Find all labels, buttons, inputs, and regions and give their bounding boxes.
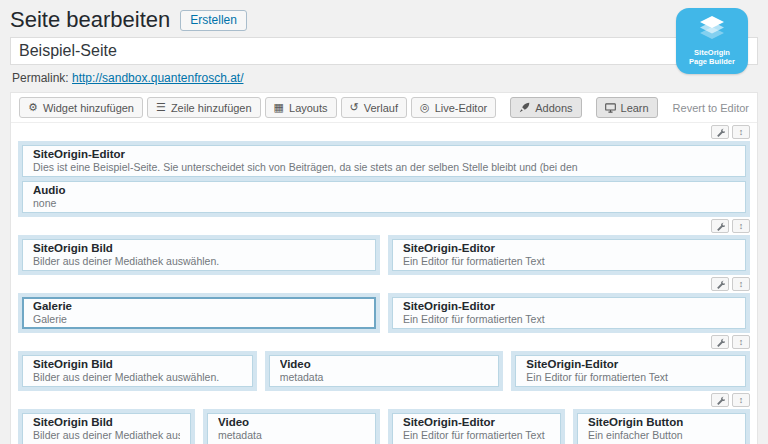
row-edit-wrench-button[interactable] (711, 277, 729, 291)
widget-description: Dies ist eine Beispiel-Seite. Sie unters… (33, 161, 735, 173)
widget-siteorigin-editor[interactable]: SiteOrigin-EditorEin Editor für formatie… (392, 297, 746, 329)
row-edit-wrench-button[interactable] (711, 125, 729, 139)
row-cell: Videometadata (265, 351, 504, 391)
builder-row: ↕ SiteOrigin BildBilder aus deiner Media… (18, 217, 750, 275)
row-container: GalerieGalerieSiteOrigin-EditorEin Edito… (18, 293, 750, 333)
widget-description: Galerie (33, 313, 365, 325)
widget-title: SiteOrigin Bild (33, 242, 365, 255)
widget-siteorigin-editor[interactable]: SiteOrigin-EditorEin Editor für formatie… (392, 413, 561, 444)
widget-siteorigin-bild[interactable]: SiteOrigin BildBilder aus deiner Mediath… (22, 355, 253, 387)
widget-title: SiteOrigin-Editor (526, 358, 735, 371)
widget-siteorigin-editor[interactable]: SiteOrigin-EditorEin Editor für formatie… (515, 355, 746, 387)
add-new-page-button[interactable]: Erstellen (180, 10, 247, 31)
widget-description: Bilder aus deiner Mediathek auswählen. (33, 255, 365, 267)
row-cell: Videometadata (203, 409, 380, 444)
widget-siteorigin-editor[interactable]: SiteOrigin-EditorDies ist eine Beispiel-… (22, 145, 746, 177)
row-edit-wrench-button[interactable] (711, 335, 729, 349)
widget-siteorigin-button[interactable]: SiteOrigin ButtonEin einfacher Button (577, 413, 746, 444)
row-cell: GalerieGalerie (18, 293, 380, 333)
widget-title: SiteOrigin-Editor (403, 300, 735, 313)
toolbar-button-label: Widget hinzufügen (43, 102, 134, 114)
row-move-button[interactable]: ↕ (732, 393, 750, 407)
add-widget-gear-icon: ⚙ (28, 102, 38, 113)
row-cell: SiteOrigin-EditorDies ist eine Beispiel-… (18, 141, 750, 217)
toolbar-button-learn[interactable]: Learn (596, 97, 658, 118)
widget-title: Video (280, 358, 489, 371)
toolbar-button-label: Addons (535, 102, 572, 114)
widget-title: SiteOrigin Bild (33, 416, 180, 429)
badge-title: SiteOriginPage Builder (689, 48, 735, 66)
row-controls: ↕ (18, 275, 750, 293)
toolbar-button-label: Live-Editor (435, 102, 488, 114)
row-move-button[interactable]: ↕ (732, 219, 750, 233)
row-edit-wrench-button[interactable] (711, 393, 729, 407)
row-move-button[interactable]: ↕ (732, 277, 750, 291)
toolbar-button-label: Verlauf (364, 102, 398, 114)
rocket-icon (519, 102, 530, 113)
widget-description: metadata (218, 429, 365, 441)
widget-description: Ein Editor für formatierten Text (403, 313, 735, 325)
row-cell: SiteOrigin-EditorEin Editor für formatie… (511, 351, 750, 391)
row-cell: SiteOrigin BildBilder aus deiner Mediath… (18, 409, 195, 444)
toolbar-button-layouts[interactable]: ▦ Layouts (265, 97, 337, 118)
row-cell: SiteOrigin-EditorEin Editor für formatie… (388, 409, 565, 444)
widget-title: SiteOrigin-Editor (403, 242, 735, 255)
widget-description: Ein Editor für formatierten Text (526, 371, 735, 383)
builder-row: ↕ SiteOrigin-EditorDies ist eine Beispie… (18, 123, 750, 217)
admin-page: Seite bearbeiten Erstellen Permalink: ht… (0, 0, 768, 444)
page-builder-panel: ⚙ Widget hinzufügen ☰ Zeile hinzufügen ▦… (10, 92, 758, 444)
toolbar-button-label: Zeile hinzufügen (171, 102, 252, 114)
widget-description: none (33, 197, 735, 209)
widget-video[interactable]: Videometadata (269, 355, 500, 387)
live-editor-eye-icon: ◎ (420, 102, 430, 113)
row-controls: ↕ (18, 391, 750, 409)
row-container: SiteOrigin BildBilder aus deiner Mediath… (18, 235, 750, 275)
row-cell: SiteOrigin BildBilder aus deiner Mediath… (18, 235, 380, 275)
widget-title: SiteOrigin Button (588, 416, 735, 429)
builder-row: ↕ SiteOrigin BildBilder aus deiner Media… (18, 391, 750, 444)
toolbar-button-live-editor[interactable]: ◎ Live-Editor (411, 97, 496, 118)
row-controls: ↕ (18, 123, 750, 141)
revert-to-editor-link[interactable]: Revert to Editor (673, 102, 749, 114)
toolbar-button-label: Learn (621, 102, 649, 114)
widget-siteorigin-bild[interactable]: SiteOrigin BildBilder aus deiner Mediath… (22, 413, 191, 444)
toolbar-button-label: Layouts (289, 102, 328, 114)
row-container: SiteOrigin-EditorDies ist eine Beispiel-… (18, 141, 750, 217)
widget-title: SiteOrigin-Editor (403, 416, 550, 429)
widget-title: Audio (33, 184, 735, 197)
post-title-input[interactable] (10, 37, 758, 65)
row-cell: SiteOrigin BildBilder aus deiner Mediath… (18, 351, 257, 391)
row-container: SiteOrigin BildBilder aus deiner Mediath… (18, 351, 750, 391)
widget-siteorigin-editor[interactable]: SiteOrigin-EditorEin Editor für formatie… (392, 239, 746, 271)
widget-description: Bilder aus deiner Mediathek auswählen. (33, 371, 242, 383)
widget-description: Bilder aus deiner Mediathek auswählen. (33, 429, 180, 441)
widget-description: Ein Editor für formatierten Text (403, 255, 735, 267)
permalink: Permalink: http://sandbox.quantenfrosch.… (12, 71, 758, 86)
toolbar-button-widget-hinzuf-gen[interactable]: ⚙ Widget hinzufügen (19, 97, 143, 118)
stacked-layers-icon (694, 16, 730, 47)
row-move-button[interactable]: ↕ (732, 335, 750, 349)
row-cell: SiteOrigin-EditorEin Editor für formatie… (388, 293, 750, 333)
row-container: SiteOrigin BildBilder aus deiner Mediath… (18, 409, 750, 444)
widget-video[interactable]: Videometadata (207, 413, 376, 444)
page-header: Seite bearbeiten Erstellen (10, 6, 758, 34)
widget-description: metadata (280, 371, 489, 383)
toolbar-button-zeile-hinzuf-gen[interactable]: ☰ Zeile hinzufügen (147, 97, 261, 118)
widget-description: Ein einfacher Button (588, 429, 735, 441)
layouts-grid-icon: ▦ (274, 102, 284, 113)
widget-title: SiteOrigin-Editor (33, 148, 735, 161)
siteorigin-page-builder-badge: SiteOriginPage Builder (676, 8, 748, 74)
builder-row: ↕ GalerieGalerieSiteOrigin-EditorEin Edi… (18, 275, 750, 333)
history-icon: ↺ (350, 102, 359, 113)
widget-audio[interactable]: Audionone (22, 181, 746, 213)
widget-title: SiteOrigin Bild (33, 358, 242, 371)
row-move-button[interactable]: ↕ (732, 125, 750, 139)
widget-galerie[interactable]: GalerieGalerie (22, 297, 376, 329)
toolbar-button-addons[interactable]: Addons (510, 97, 581, 118)
widget-siteorigin-bild[interactable]: SiteOrigin BildBilder aus deiner Mediath… (22, 239, 376, 271)
permalink-link[interactable]: http://sandbox.quantenfrosch.at/ (72, 71, 243, 85)
widget-title: Galerie (33, 300, 365, 313)
row-edit-wrench-button[interactable] (711, 219, 729, 233)
row-controls: ↕ (18, 333, 750, 351)
toolbar-button-verlauf[interactable]: ↺ Verlauf (341, 97, 407, 118)
